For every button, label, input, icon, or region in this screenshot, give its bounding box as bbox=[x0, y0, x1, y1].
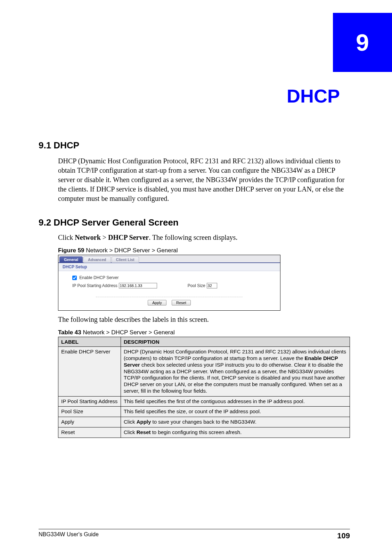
instr-network: Network bbox=[75, 234, 100, 241]
figure-text: Network > DHCP Server > General bbox=[84, 247, 178, 254]
section-9-2-instruction: Click Network > DHCP Server. The followi… bbox=[58, 234, 350, 242]
button-row: Apply Reset bbox=[58, 300, 280, 310]
instr-pre: Click bbox=[58, 234, 75, 241]
row4-desc: Click Reset to begin configuring this sc… bbox=[121, 427, 350, 438]
row0-desc: DHCP (Dynamic Host Configuration Protoco… bbox=[121, 347, 350, 396]
row1-pre: This field specifies the first of the co… bbox=[124, 398, 305, 404]
row3-pre: Click bbox=[124, 419, 137, 425]
instr-post: . The following screen displays. bbox=[149, 234, 237, 241]
figure-59-caption: Figure 59 Network > DHCP Server > Genera… bbox=[58, 247, 350, 254]
after-figure-text: The following table describes the labels… bbox=[58, 316, 350, 324]
instr-dhcpserver: DHCP Server bbox=[108, 234, 149, 241]
row3-label: Apply bbox=[58, 417, 121, 427]
row1-desc: This field specifies the first of the co… bbox=[121, 396, 350, 407]
enable-dhcp-row: Enable DHCP Server bbox=[72, 275, 266, 280]
row4-label: Reset bbox=[58, 427, 121, 438]
table-row: Apply Click Apply to save your changes b… bbox=[58, 417, 350, 427]
ip-pool-input[interactable] bbox=[119, 283, 157, 288]
table-label: Table 43 bbox=[58, 329, 81, 336]
tab-client-list[interactable]: Client List bbox=[112, 256, 139, 263]
pool-size-label: Pool Size bbox=[188, 283, 205, 288]
apply-button[interactable]: Apply bbox=[148, 300, 166, 305]
panel-body: Enable DHCP Server IP Pool Starting Addr… bbox=[58, 271, 280, 291]
th-desc: DESCRIPTION bbox=[121, 337, 350, 347]
row3-bold: Apply bbox=[137, 419, 151, 425]
instr-mid: > bbox=[101, 234, 108, 241]
row4-pre: Click bbox=[124, 429, 137, 435]
table-row: Enable DHCP Server DHCP (Dynamic Host Co… bbox=[58, 347, 350, 396]
th-label: LABEL bbox=[58, 337, 121, 347]
table-row: Reset Click Reset to begin configuring t… bbox=[58, 427, 350, 438]
row0-label: Enable DHCP Server bbox=[58, 347, 121, 396]
table-43-caption: Table 43 Network > DHCP Server > General bbox=[58, 329, 350, 336]
row4-post: to begin configuring this screen afresh. bbox=[151, 429, 242, 435]
row3-desc: Click Apply to save your changes back to… bbox=[121, 417, 350, 427]
row2-pre: This field specifies the size, or count … bbox=[124, 408, 261, 414]
pool-size-input[interactable] bbox=[207, 283, 217, 288]
page-footer: NBG334W User's Guide 109 bbox=[39, 529, 350, 540]
reset-button[interactable]: Reset bbox=[172, 300, 191, 305]
enable-dhcp-label: Enable DHCP Server bbox=[79, 275, 119, 280]
row3-post: to save your changes back to the NBG334W… bbox=[151, 419, 256, 425]
row2-desc: This field specifies the size, or count … bbox=[121, 407, 350, 417]
footer-page: 109 bbox=[337, 531, 350, 540]
section-9-1-heading: 9.1 DHCP bbox=[39, 140, 350, 151]
enable-dhcp-checkbox[interactable] bbox=[72, 276, 77, 280]
divider bbox=[96, 297, 242, 297]
section-9-2-heading: 9.2 DHCP Server General Screen bbox=[39, 217, 350, 228]
ip-pool-label: IP Pool Starting Address bbox=[72, 283, 117, 288]
section-9-1-body: DHCP (Dynamic Host Configuration Protoco… bbox=[58, 156, 350, 203]
chapter-number: 9 bbox=[356, 29, 369, 56]
tab-general[interactable]: General bbox=[59, 256, 83, 263]
footer-guide: NBG334W User's Guide bbox=[39, 531, 99, 540]
table-text: Network > DHCP Server > General bbox=[81, 329, 175, 336]
row0-post: check box selected unless your ISP instr… bbox=[124, 362, 345, 394]
ip-pool-row: IP Pool Starting Address Pool Size bbox=[72, 283, 266, 288]
dhcp-general-screenshot: General Advanced Client List DHCP Setup … bbox=[58, 255, 280, 311]
row2-label: Pool Size bbox=[58, 407, 121, 417]
chapter-title: DHCP bbox=[287, 85, 340, 107]
tab-advanced[interactable]: Advanced bbox=[83, 256, 111, 263]
figure-label: Figure 59 bbox=[58, 247, 84, 254]
row4-bold: Reset bbox=[137, 429, 151, 435]
panel-title: DHCP Setup bbox=[58, 263, 280, 271]
table-43: LABEL DESCRIPTION Enable DHCP Server DHC… bbox=[58, 337, 350, 438]
table-row: IP Pool Starting Address This field spec… bbox=[58, 396, 350, 407]
tab-bar: General Advanced Client List bbox=[58, 255, 280, 263]
chapter-number-tab: 9 bbox=[333, 13, 392, 72]
table-row: Pool Size This field specifies the size,… bbox=[58, 407, 350, 417]
row1-label: IP Pool Starting Address bbox=[58, 396, 121, 407]
